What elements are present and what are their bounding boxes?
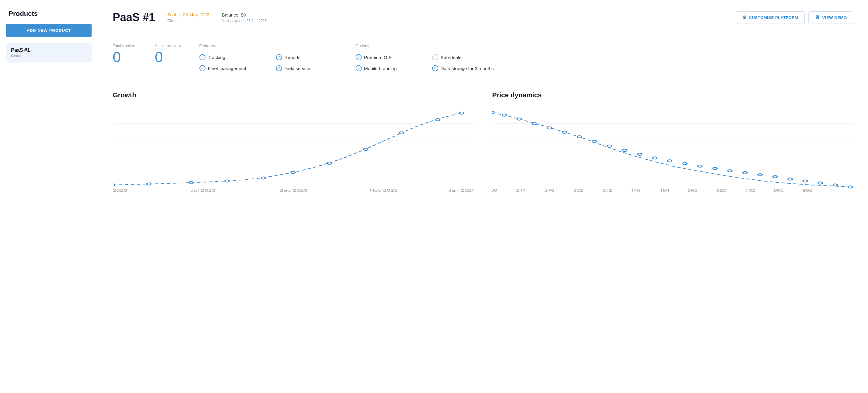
svg-point-24	[492, 111, 494, 114]
svg-point-12	[399, 132, 404, 134]
balance-info: Balance: $0 Next payment: 05 Jun 2023	[222, 12, 267, 23]
option-mobile-branding-label: Mobile branding	[364, 66, 397, 71]
next-payment-label: Next payment:	[222, 19, 245, 23]
option-data-storage-label: Data storage for 3 months	[441, 66, 494, 71]
svg-point-43	[773, 176, 777, 178]
svg-point-40	[728, 170, 732, 172]
option-premium-gis: ✓ Premium GIS	[355, 54, 417, 60]
feature-tracking: ✓ Tracking	[199, 54, 261, 60]
price-chart-container: Price dynamics	[492, 91, 853, 192]
svg-point-39	[713, 167, 717, 170]
growth-chart-wrapper: May 2023 Jul 2023 Sep 2023 Nov 2023 Jan …	[113, 106, 474, 192]
svg-point-28	[547, 127, 552, 129]
demo-icon: 🖥	[815, 15, 820, 20]
svg-point-27	[532, 123, 537, 125]
feature-reports: ✓ Reports	[276, 54, 337, 60]
svg-point-37	[683, 163, 687, 165]
option-premium-gis-label: Premium GIS	[364, 55, 392, 60]
balance-text: Balance: $0	[222, 12, 267, 18]
svg-text:Nov 2023: Nov 2023	[369, 188, 398, 192]
svg-point-13	[436, 119, 440, 121]
svg-text:Jul 2023: Jul 2023	[190, 188, 216, 192]
svg-point-48	[848, 186, 852, 188]
options-group-2: Sub-dealer ✓ Data storage for 3 months	[432, 43, 494, 71]
check-icon-fleet: ✓	[199, 65, 206, 71]
growth-chart-title: Growth	[113, 91, 474, 99]
svg-point-4	[113, 184, 115, 187]
feature-fleet: ✓ Fleet management	[199, 65, 261, 71]
features-label: Features	[199, 43, 261, 48]
svg-text:Jan 2024: Jan 2024	[448, 188, 474, 192]
svg-point-44	[788, 178, 792, 180]
svg-point-38	[698, 165, 702, 167]
sidebar-title: Products	[6, 10, 92, 18]
svg-text:956: 956	[802, 189, 812, 192]
svg-point-26	[517, 118, 522, 120]
active-trackers-block: Active trackers 0	[155, 43, 181, 71]
svg-point-14	[460, 112, 464, 114]
total-trackers-block: Total trackers 0	[113, 43, 136, 71]
svg-point-46	[818, 182, 823, 184]
next-payment: Next payment: 05 Jun 2023	[222, 19, 267, 23]
svg-point-7	[225, 180, 229, 183]
svg-point-32	[607, 145, 612, 147]
svg-text:732: 732	[745, 189, 755, 192]
check-icon-mobile-branding: ✓	[355, 65, 362, 71]
options-label: Options	[355, 43, 417, 48]
option-sub-dealer-label: Sub-dealer	[441, 55, 463, 60]
total-trackers-value: 0	[113, 50, 136, 65]
svg-point-8	[261, 177, 265, 179]
product-item-type: Cloud	[11, 54, 87, 58]
svg-point-45	[803, 180, 807, 183]
product-item-name: PaaS #1	[11, 47, 87, 53]
stats-features-row: Total trackers 0 Active trackers 0 Featu…	[113, 36, 853, 79]
customise-icon: ⚙	[742, 15, 747, 21]
price-chart-title: Price dynamics	[492, 91, 853, 99]
svg-point-34	[638, 153, 642, 156]
header-actions: ⚙ CUSTOMISE PLATFORM 🖥 VIEW DEMO	[736, 11, 853, 24]
feature-field-service-label: Field service	[284, 66, 310, 71]
svg-point-5	[147, 183, 151, 185]
svg-point-36	[668, 160, 672, 162]
charts-section: Growth	[113, 91, 853, 192]
customise-platform-label: CUSTOMISE PLATFORM	[749, 15, 798, 20]
svg-text:440: 440	[630, 189, 641, 192]
features-section: Features ✓ Tracking ✓ Fleet management ✓…	[199, 43, 853, 71]
view-demo-label: VIEW DEMO	[823, 15, 847, 20]
price-chart-wrapper: 200 244 276 332 372 440 484 568 620 732 …	[492, 106, 853, 192]
add-new-product-button[interactable]: ADD NEW PRODUCT	[6, 24, 92, 37]
circle-empty-sub-dealer	[432, 54, 438, 60]
check-icon-field-service: ✓	[276, 65, 282, 71]
svg-point-33	[622, 149, 627, 152]
trial-date: Trial till 23 May 2023	[167, 12, 210, 17]
svg-text:620: 620	[716, 189, 726, 192]
main-content: PaaS #1 Trial till 23 May 2023 Cloud Bal…	[98, 0, 868, 393]
growth-chart-container: Growth	[113, 91, 474, 192]
customise-platform-button[interactable]: ⚙ CUSTOMISE PLATFORM	[736, 11, 805, 24]
check-icon-tracking: ✓	[199, 54, 206, 60]
active-trackers-label: Active trackers	[155, 43, 181, 48]
feature-fleet-label: Fleet management	[208, 66, 246, 71]
svg-text:568: 568	[688, 189, 698, 192]
svg-text:372: 372	[602, 189, 612, 192]
svg-point-10	[328, 162, 332, 164]
view-demo-button[interactable]: 🖥 VIEW DEMO	[808, 11, 853, 24]
feature-field-service: ✓ Field service	[276, 65, 337, 71]
svg-text:800: 800	[774, 189, 784, 192]
svg-point-25	[502, 114, 506, 116]
svg-point-47	[833, 184, 837, 187]
options-group: Options ✓ Premium GIS ✓ Mobile branding	[355, 43, 417, 71]
svg-text:May 2023: May 2023	[113, 188, 127, 192]
svg-text:332: 332	[574, 189, 584, 192]
options-label-2	[432, 43, 494, 48]
product-item[interactable]: PaaS #1 Cloud	[6, 43, 92, 62]
page-header: PaaS #1 Trial till 23 May 2023 Cloud Bal…	[113, 11, 853, 24]
svg-point-31	[592, 140, 597, 143]
svg-text:484: 484	[659, 189, 670, 192]
svg-point-6	[189, 182, 193, 184]
feature-reports-label: Reports	[284, 55, 301, 60]
balance-label: Balance: $	[222, 12, 244, 18]
feature-tracking-label: Tracking	[208, 55, 225, 60]
total-trackers-label: Total trackers	[113, 43, 136, 48]
cloud-label: Cloud	[167, 19, 210, 23]
